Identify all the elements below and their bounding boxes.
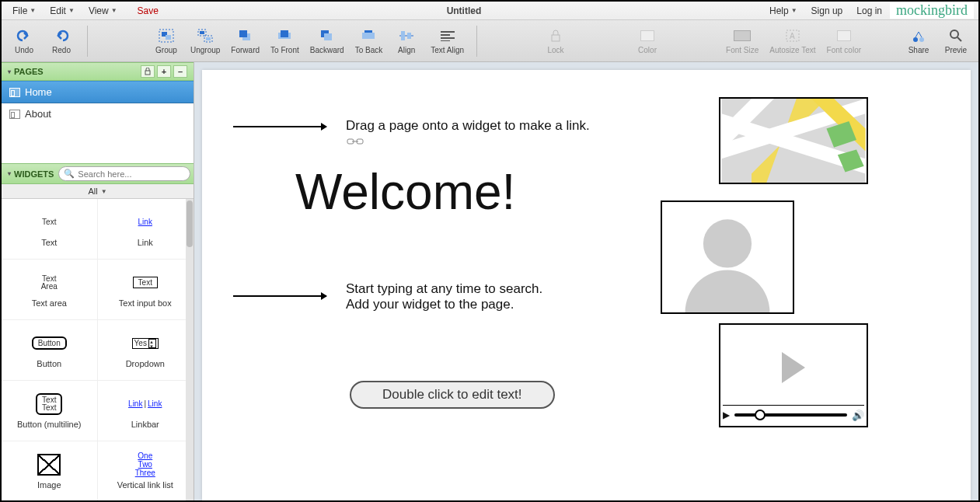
autosize-button[interactable]: AAutosize Text (766, 26, 818, 56)
widget-textinput[interactable]: TextText input box (98, 260, 194, 320)
menu-help[interactable]: Help▼ (763, 3, 804, 19)
lock-icon (547, 27, 564, 44)
video-seekbar[interactable] (734, 413, 847, 417)
widget-dropdown[interactable]: YesDropdown (98, 320, 194, 381)
widget-linkbar[interactable]: Link|LinkLinkbar (98, 381, 194, 441)
page-icon (9, 88, 20, 97)
svg-rect-8 (239, 30, 247, 37)
fontsize-icon (734, 27, 751, 44)
svg-point-28 (919, 37, 924, 42)
svg-rect-18 (401, 31, 405, 40)
page-surface[interactable]: Drag a page onto a widget to make a link… (202, 70, 971, 500)
widget-link[interactable]: LinkLink (98, 199, 194, 260)
page-item-home[interactable]: Home (2, 81, 194, 103)
share-icon (910, 27, 927, 44)
svg-rect-19 (407, 33, 411, 39)
brand-logo: mockingbird (890, 2, 974, 19)
canvas-area: Drag a page onto a widget to make a link… (194, 62, 978, 500)
arrow-icon (233, 126, 326, 127)
svg-rect-11 (281, 30, 288, 37)
preview-icon (947, 27, 964, 44)
canvas-video-widget[interactable]: ▶ 🔊 (719, 323, 868, 427)
svg-line-30 (957, 37, 961, 41)
canvas-map-widget[interactable] (719, 97, 868, 184)
canvas-button-widget[interactable]: Double click to edit text! (350, 381, 555, 409)
undo-button[interactable]: Undo (8, 26, 40, 56)
toback-button[interactable]: To Back (352, 26, 386, 56)
fontcolor-button[interactable]: Font color (824, 26, 864, 56)
svg-rect-6 (206, 37, 211, 40)
widget-textarea[interactable]: TextAreaText area (2, 260, 98, 320)
widget-multiline-button[interactable]: TextTextButton (multiline) (2, 381, 98, 441)
page-item-about[interactable]: About (2, 103, 194, 124)
ungroup-button[interactable]: Ungroup (187, 26, 223, 56)
redo-icon (53, 27, 70, 44)
widget-image[interactable]: Image (2, 441, 98, 500)
forward-icon (237, 27, 254, 44)
menu-file[interactable]: File▼ (6, 3, 42, 19)
welcome-heading[interactable]: Welcome! (295, 163, 515, 221)
pages-panel-header: ▾ PAGES + – (2, 62, 194, 81)
lock-pages-button[interactable] (141, 65, 155, 78)
widgets-search[interactable]: 🔍 (58, 166, 190, 181)
video-play-button[interactable]: ▶ (723, 410, 730, 420)
color-icon (639, 27, 656, 44)
menu-view[interactable]: View▼ (82, 3, 124, 19)
canvas-avatar-widget[interactable] (661, 200, 794, 314)
menu-save[interactable]: Save (131, 3, 165, 19)
svg-point-29 (950, 30, 958, 38)
group-icon (158, 27, 175, 44)
svg-rect-31 (145, 71, 150, 75)
lock-button[interactable]: Lock (539, 26, 572, 56)
group-button[interactable]: Group (150, 26, 183, 56)
undo-icon (16, 27, 33, 44)
align-icon (398, 27, 415, 44)
backward-icon (319, 27, 336, 44)
forward-button[interactable]: Forward (228, 26, 263, 56)
link-icon (347, 137, 364, 145)
svg-text:A: A (790, 32, 795, 40)
widget-button[interactable]: ButtonButton (2, 320, 98, 381)
preview-button[interactable]: Previe (940, 26, 972, 56)
share-button[interactable]: Share (902, 26, 935, 56)
svg-rect-13 (324, 33, 332, 40)
tofront-button[interactable]: To Front (267, 26, 302, 56)
svg-rect-24 (552, 35, 560, 41)
svg-rect-2 (166, 35, 171, 40)
hint-search: Start typing at any time to search.Add y… (346, 281, 542, 312)
page-icon (9, 110, 20, 119)
hint-drag-link: Drag a page onto a widget to make a link… (346, 118, 590, 134)
widget-text[interactable]: TextText (2, 199, 98, 260)
signup-link[interactable]: Sign up (805, 3, 849, 19)
sidebar: ▾ PAGES + – Home About ▾ WIDGETS 🔍 All▼ … (2, 62, 194, 500)
widgets-grid: TextText LinkLink TextAreaText area Text… (2, 199, 194, 500)
widget-vertical-linklist[interactable]: OneTwoThreeVertical link list (98, 441, 194, 500)
svg-rect-5 (200, 31, 204, 34)
svg-rect-15 (362, 33, 368, 39)
menu-edit[interactable]: Edit▼ (44, 3, 81, 19)
backward-button[interactable]: Backward (307, 26, 347, 56)
redo-button[interactable]: Redo (45, 26, 78, 56)
ungroup-icon (197, 27, 214, 44)
play-icon (782, 352, 805, 383)
color-button[interactable]: Color (631, 26, 664, 56)
textalign-icon (439, 27, 456, 44)
svg-point-44 (703, 219, 752, 267)
align-button[interactable]: Align (390, 26, 423, 56)
textalign-button[interactable]: Text Align (427, 26, 467, 56)
add-page-button[interactable]: + (157, 65, 171, 78)
widgets-scrollbar[interactable] (186, 199, 194, 500)
widgets-panel-header: ▾ WIDGETS 🔍 (2, 163, 194, 184)
svg-rect-16 (368, 33, 375, 39)
arrow-icon (233, 295, 326, 297)
fontsize-button[interactable]: Font Size (723, 26, 762, 56)
pages-list: Home About (2, 81, 194, 124)
remove-page-button[interactable]: – (173, 65, 187, 78)
toolbar: Undo Redo Group Ungroup Forward To Front… (2, 20, 978, 62)
volume-icon[interactable]: 🔊 (852, 410, 864, 421)
toback-icon (360, 27, 377, 44)
autosize-icon: A (784, 27, 801, 44)
widgets-filter-dropdown[interactable]: All▼ (2, 184, 194, 199)
widgets-search-input[interactable] (78, 169, 185, 179)
login-link[interactable]: Log in (850, 3, 888, 19)
